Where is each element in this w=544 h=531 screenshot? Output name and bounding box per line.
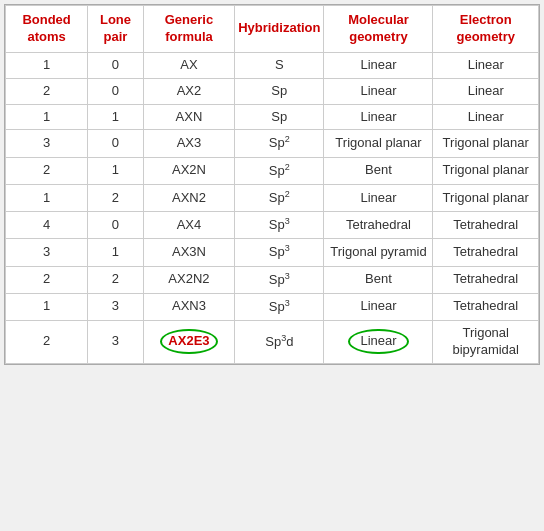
- cell-molecular-geometry: Linear: [324, 78, 433, 104]
- cell-hybridization: Sp2: [235, 157, 324, 184]
- cell-bonded: 2: [6, 320, 88, 363]
- cell-molecular-geometry: Linear: [324, 184, 433, 211]
- cell-formula: AX: [143, 52, 234, 78]
- cell-bonded: 3: [6, 239, 88, 266]
- table-row: 40AX4Sp3TetrahedralTetrahedral: [6, 212, 539, 239]
- table-row: 21AX2NSp2BentTrigonal planar: [6, 157, 539, 184]
- table-row: 20AX2SpLinearLinear: [6, 78, 539, 104]
- table-row: 12AXN2Sp2LinearTrigonal planar: [6, 184, 539, 211]
- cell-hybridization: Sp3d: [235, 320, 324, 363]
- cell-lone-pair: 2: [88, 266, 144, 293]
- cell-lone-pair: 3: [88, 320, 144, 363]
- cell-hybridization: Sp: [235, 104, 324, 130]
- cell-molecular-geometry: Trigonal planar: [324, 130, 433, 157]
- header-hybridization: Hybridization: [235, 6, 324, 53]
- cell-electron-geometry: Tetrahedral: [433, 293, 539, 320]
- cell-bonded: 1: [6, 184, 88, 211]
- cell-formula: AXN: [143, 104, 234, 130]
- table-row: 31AX3NSp3Trigonal pyramidTetrahedral: [6, 239, 539, 266]
- cell-electron-geometry: Trigonal planar: [433, 130, 539, 157]
- table-row: 11AXNSpLinearLinear: [6, 104, 539, 130]
- cell-electron-geometry: Tetrahedral: [433, 212, 539, 239]
- header-electron-geometry: Electron geometry: [433, 6, 539, 53]
- cell-lone-pair: 1: [88, 104, 144, 130]
- cell-bonded: 2: [6, 157, 88, 184]
- cell-electron-geometry: Trigonal planar: [433, 184, 539, 211]
- cell-lone-pair: 1: [88, 239, 144, 266]
- cell-molecular-geometry: Linear: [324, 52, 433, 78]
- cell-formula: AX3N: [143, 239, 234, 266]
- cell-hybridization: S: [235, 52, 324, 78]
- cell-hybridization: Sp3: [235, 239, 324, 266]
- cell-bonded: 2: [6, 266, 88, 293]
- cell-formula: AXN3: [143, 293, 234, 320]
- cell-molecular-geometry: Linear: [324, 104, 433, 130]
- cell-lone-pair: 0: [88, 52, 144, 78]
- cell-molecular-geometry: Trigonal pyramid: [324, 239, 433, 266]
- table-row: 23AX2E3Sp3dLinearTrigonal bipyramidal: [6, 320, 539, 363]
- cell-lone-pair: 0: [88, 78, 144, 104]
- cell-electron-geometry: Tetrahedral: [433, 266, 539, 293]
- cell-bonded: 1: [6, 293, 88, 320]
- cell-electron-geometry: Trigonal planar: [433, 157, 539, 184]
- cell-hybridization: Sp3: [235, 212, 324, 239]
- cell-molecular-geometry: Linear: [324, 320, 433, 363]
- cell-formula: AXN2: [143, 184, 234, 211]
- header-molecular-geometry: Molecular geometry: [324, 6, 433, 53]
- cell-molecular-geometry: Tetrahedral: [324, 212, 433, 239]
- table-row: 30AX3Sp2Trigonal planarTrigonal planar: [6, 130, 539, 157]
- cell-formula: AX2N: [143, 157, 234, 184]
- cell-lone-pair: 2: [88, 184, 144, 211]
- cell-lone-pair: 0: [88, 212, 144, 239]
- cell-lone-pair: 3: [88, 293, 144, 320]
- cell-molecular-geometry: Bent: [324, 157, 433, 184]
- cell-lone-pair: 0: [88, 130, 144, 157]
- cell-bonded: 1: [6, 104, 88, 130]
- cell-electron-geometry: Linear: [433, 78, 539, 104]
- main-container: Bonded atoms Lone pair Generic formula H…: [4, 4, 540, 365]
- cell-formula: AX2E3: [143, 320, 234, 363]
- chemistry-table: Bonded atoms Lone pair Generic formula H…: [5, 5, 539, 364]
- cell-formula: AX2N2: [143, 266, 234, 293]
- cell-electron-geometry: Trigonal bipyramidal: [433, 320, 539, 363]
- cell-electron-geometry: Linear: [433, 104, 539, 130]
- cell-hybridization: Sp3: [235, 293, 324, 320]
- cell-hybridization: Sp3: [235, 266, 324, 293]
- cell-lone-pair: 1: [88, 157, 144, 184]
- cell-molecular-geometry: Bent: [324, 266, 433, 293]
- header-bonded-atoms: Bonded atoms: [6, 6, 88, 53]
- cell-electron-geometry: Linear: [433, 52, 539, 78]
- cell-hybridization: Sp: [235, 78, 324, 104]
- cell-bonded: 1: [6, 52, 88, 78]
- cell-bonded: 2: [6, 78, 88, 104]
- table-row: 22AX2N2Sp3BentTetrahedral: [6, 266, 539, 293]
- header-generic-formula: Generic formula: [143, 6, 234, 53]
- table-row: 13AXN3Sp3LinearTetrahedral: [6, 293, 539, 320]
- cell-formula: AX3: [143, 130, 234, 157]
- table-row: 10AXSLinearLinear: [6, 52, 539, 78]
- cell-bonded: 4: [6, 212, 88, 239]
- cell-molecular-geometry: Linear: [324, 293, 433, 320]
- cell-bonded: 3: [6, 130, 88, 157]
- cell-formula: AX4: [143, 212, 234, 239]
- cell-formula: AX2: [143, 78, 234, 104]
- cell-electron-geometry: Tetrahedral: [433, 239, 539, 266]
- cell-hybridization: Sp2: [235, 130, 324, 157]
- header-lone-pair: Lone pair: [88, 6, 144, 53]
- cell-hybridization: Sp2: [235, 184, 324, 211]
